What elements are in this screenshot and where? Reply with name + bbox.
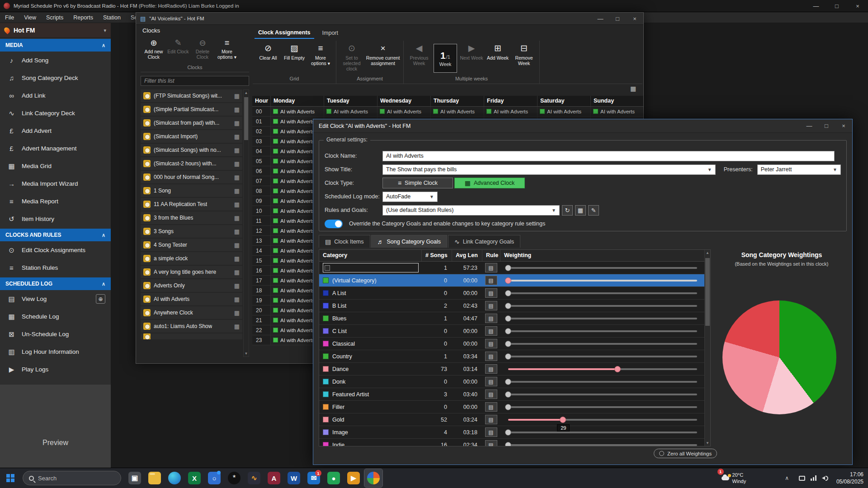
rule-button[interactable]: ▤ [485,389,497,399]
advanced-clock-button[interactable]: ▦ Advanced Clock [454,178,525,188]
more-options-button[interactable]: ≡More options ▾ [215,37,239,65]
grid-icon[interactable]: ▦ [234,106,240,113]
slider-thumb[interactable] [505,328,511,334]
presenters-combo[interactable]: Peter Jarrett ▼ [757,164,841,175]
weight-slider[interactable] [500,388,705,400]
clock-filter-input[interactable]: Filter this list [141,76,249,86]
weight-slider[interactable] [500,300,705,312]
tab-clock-items[interactable]: ▤Clock Items [319,235,370,248]
log-mode-combo[interactable]: AutoFade ▼ [382,192,438,202]
sidebar-item-add-link[interactable]: ∞Add Link [0,87,111,104]
weight-slider[interactable] [500,426,705,438]
section-header-scheduled-log[interactable]: SCHEDULED LOG∧ [0,277,111,290]
slider-thumb[interactable] [505,404,511,410]
edit-rules-button[interactable]: ✎ [588,205,599,216]
grid-icon[interactable]: ▦ [234,323,240,330]
simple-clock-button[interactable]: ≡ Simple Clock [382,178,453,188]
category-row[interactable]: C List000:00▤ [319,325,705,338]
grid-icon[interactable]: ▦ [234,282,240,289]
open-in-new-icon[interactable]: ⊕ [96,294,105,304]
grid-cell[interactable]: AI with Adverts [590,107,644,116]
checkbox[interactable] [325,265,330,271]
slider-thumb[interactable] [614,366,621,372]
slider-thumb[interactable] [505,303,511,309]
clock-list-item[interactable] [141,333,242,339]
grid-day-header-saturday[interactable]: Saturday [537,96,590,106]
volume-icon[interactable] [822,476,828,481]
weight-slider[interactable] [500,274,705,286]
taskbar-search[interactable]: Search [23,471,121,485]
tab-song-category-goals[interactable]: ♬Song Category Goals [371,235,448,248]
grid-day-header-thursday[interactable]: Thursday [430,96,484,106]
grid-cell[interactable]: AI with Adverts [324,107,377,116]
slider-thumb[interactable] [505,379,511,385]
taskbar-icon-file-explorer[interactable] [146,469,164,487]
category-row[interactable]: A List000:00▤ [319,287,705,300]
week-selector[interactable]: 1/1Week [434,44,457,73]
weight-slider[interactable] [500,350,705,362]
taskbar-icon-media-player[interactable]: ▶ [344,469,363,487]
menu-file[interactable]: File [0,12,19,23]
rule-button[interactable]: ▤ [485,288,497,298]
grid-icon[interactable]: ▦ [234,310,240,316]
grid-icon[interactable]: ▦ [234,269,240,276]
category-row[interactable]: Filler000:00▤ [319,401,705,413]
menu-station[interactable]: Station [98,12,126,23]
grid-icon[interactable]: ▦ [234,93,240,99]
weight-slider[interactable] [500,312,705,324]
tab-clock-assignments[interactable]: Clock Assignments [255,27,314,39]
category-row[interactable]: 157:23▤ [319,262,705,274]
rule-button[interactable]: ▤ [485,427,497,437]
grid-icon[interactable]: ▦ [234,188,240,194]
rule-button[interactable]: ▤ [485,326,497,336]
sidebar-item-media-report[interactable]: ≡Media Report [0,192,111,210]
scroll-down-icon[interactable]: ▼ [705,440,710,446]
more-options-button[interactable]: ≡More options ▾ [307,41,334,76]
taskbar-icon-audio-app[interactable]: ∿ [245,469,263,487]
weight-slider[interactable] [500,375,705,388]
clock-list-item[interactable]: a simple clock▦ [141,252,242,265]
weight-slider[interactable] [500,287,705,299]
clock-list-item[interactable]: Anywhere Clock▦ [141,306,242,319]
sidebar-item-add-advert[interactable]: £Add Advert [0,122,111,140]
taskbar-icon-edge-browser[interactable] [165,469,184,487]
minimize-button[interactable]: — [592,13,609,24]
clock-list-item[interactable]: auto1: Liams Auto Show▦ [141,320,242,333]
start-button[interactable] [0,468,21,488]
grid-icon[interactable]: ▦ [234,242,240,249]
close-button[interactable]: × [847,0,868,12]
grid-icon[interactable]: ▦ [234,201,240,208]
tray-clock[interactable]: 17:06 05/08/2025 [836,471,863,485]
station-selector[interactable]: Hot FM ▾ [0,23,111,38]
category-row[interactable]: Dance7303:14▤ [319,363,705,375]
next-week-button[interactable]: ▶Next Week [458,41,485,76]
clock-list-item[interactable]: (Simulcast from pad) with...▦ [141,117,242,129]
tray-chevron-up-icon[interactable]: ∧ [785,475,789,481]
slider-thumb[interactable] [505,353,511,360]
weight-slider[interactable]: 29 [500,413,705,426]
grid-cell[interactable]: AI with Adverts [484,107,537,116]
taskbar-icon-mail[interactable]: ✉1 [305,469,323,487]
rule-button[interactable]: ▤ [485,402,497,412]
category-row[interactable]: Featured Artist303:40▤ [319,388,705,401]
clock-list-item[interactable]: (Simulcast Songs) with no...▦ [141,144,242,156]
category-row[interactable]: B List202:43▤ [319,300,705,312]
rule-button[interactable]: ▤ [485,364,497,374]
clock-list-item[interactable]: (Simulcast-2 hours) with...▦ [141,157,242,170]
maximize-button[interactable]: □ [609,13,626,24]
minimize-button[interactable]: — [801,119,818,132]
menu-scripts[interactable]: Scripts [41,12,68,23]
clock-list-item[interactable]: 3 Songs▦ [141,225,242,238]
rule-button[interactable]: ▤ [485,440,497,446]
category-row[interactable]: Classical000:00▤ [319,338,705,350]
category-row[interactable]: Indie1602:34▤ [319,439,705,446]
sidebar-item-station-rules[interactable]: ≡Station Rules [0,259,111,277]
category-edit-input[interactable] [323,263,419,272]
remove-week-button[interactable]: ⊟Remove Week [511,41,537,76]
grid-icon[interactable]: ▦ [234,228,240,235]
sidebar-item-advert-management[interactable]: £Advert Management [0,140,111,157]
grid-cell[interactable]: AI with Adverts [377,107,430,116]
grid-cell[interactable]: AI with Adverts [537,107,590,116]
section-header-clocks-and-rules[interactable]: CLOCKS AND RULES∧ [0,229,111,241]
slider-thumb[interactable] [505,429,511,436]
